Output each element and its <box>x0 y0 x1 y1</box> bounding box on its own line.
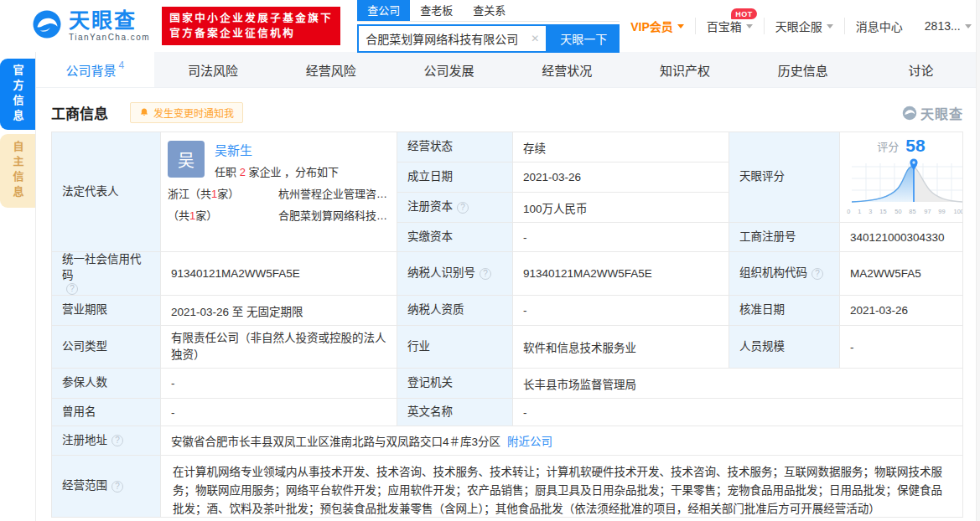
help-icon[interactable] <box>111 435 123 446</box>
value-industry: 软件和信息技术服务业 <box>513 326 729 369</box>
value-organization-code: MA2WW5FA5 <box>840 252 963 296</box>
label-taxpayer-quality: 纳税人资质 <box>397 296 513 326</box>
value-taxpayer-id: 91340121MA2WW5FA5E <box>513 252 729 296</box>
value-business-term: 2021-03-26 至 无固定期限 <box>161 296 397 326</box>
value-taxpayer-quality: - <box>513 296 729 326</box>
value-approval-date: 2021-03-26 <box>840 296 963 326</box>
score-distribution-chart: 01 315 5085 9799 100 <box>847 157 963 215</box>
search-tabs: 查公司 查老板 查关系 <box>357 0 620 22</box>
chevron-down-icon <box>677 24 684 32</box>
label-organization-code: 组织机构代码 <box>729 252 840 296</box>
value-registered-capital: 100万人民币 <box>513 193 729 223</box>
help-icon[interactable] <box>111 481 123 493</box>
label-operating-status: 经营状态 <box>397 132 513 162</box>
search-box: ✕ <box>357 24 547 53</box>
sidebar-tab-self-info[interactable]: 自主信息 <box>0 134 35 208</box>
value-english-name: - <box>513 399 963 426</box>
help-icon[interactable] <box>480 268 491 280</box>
tab-intellectual-property[interactable]: 知识产权 <box>626 52 744 87</box>
score-caption: 评分 <box>877 138 899 154</box>
search-area: 查公司 查老板 查关系 ✕ 天眼一下 <box>357 0 620 53</box>
label-english-name: 英文名称 <box>397 399 513 426</box>
value-credit-code: 91340121MA2WW5FA5E <box>161 252 397 296</box>
tianyan-score-cell: 评分 58 <box>840 132 963 223</box>
distribution-row: （共1家） 合肥菜划算网络科技有... <box>168 207 391 223</box>
tab-company-background[interactable]: 公司背景 4 <box>36 52 154 87</box>
user-account-menu-item[interactable]: 2813... <box>914 19 980 33</box>
legal-rep-name-link[interactable]: 吴新生 <box>215 143 252 157</box>
value-establish-date: 2021-03-26 <box>513 162 729 193</box>
watermark: 天眼查 <box>902 103 963 123</box>
tab-company-development[interactable]: 公司发展 <box>390 52 508 87</box>
bell-icon <box>139 107 149 118</box>
message-center-menu-item[interactable]: 消息中心 <box>844 18 914 34</box>
label-staff-size: 人员规模 <box>729 326 840 369</box>
avatar[interactable]: 吴 <box>168 141 205 178</box>
value-insured-count: - <box>161 369 397 399</box>
help-icon[interactable] <box>811 268 823 280</box>
business-info-table: 法定代表人 吴 吴新生 任职 2 家企业 ，分布如下 浙江（共1家） 杭州誉程企… <box>51 132 963 518</box>
value-registration-number: 340121000304330 <box>840 223 963 252</box>
label-registered-capital: 注册资本 <box>397 193 513 223</box>
search-tab-relation[interactable]: 查关系 <box>463 0 516 21</box>
search-tab-boss[interactable]: 查老板 <box>410 0 463 21</box>
nearby-companies-link[interactable]: 附近公司 <box>507 432 552 449</box>
logo-title: 天眼查 <box>69 10 150 31</box>
toolbox-menu-item[interactable]: HOT 百宝箱 <box>695 18 764 34</box>
header-menu: VIP会员 HOT 百宝箱 天眼企服 消息中心 2813... <box>620 18 980 34</box>
label-business-scope: 经营范围 <box>52 456 161 518</box>
label-former-name: 曾用名 <box>52 399 161 426</box>
value-former-name: - <box>161 399 397 426</box>
sidebar-tab-official-info[interactable]: 官方信息 <box>0 59 35 130</box>
value-paid-capital: - <box>513 223 729 252</box>
tianyancha-logo[interactable]: 天眼查 TianYanCha.com <box>32 9 150 43</box>
value-registration-authority: 长丰县市场监督管理局 <box>513 369 963 399</box>
label-registered-address: 注册地址 <box>52 426 161 456</box>
label-company-type: 公司类型 <box>52 326 161 369</box>
tianyancha-swirl-icon <box>902 106 917 121</box>
label-establish-date: 成立日期 <box>397 162 513 193</box>
tab-operating-status[interactable]: 经营状况 <box>508 52 626 87</box>
label-legal-representative: 法定代表人 <box>52 132 161 252</box>
label-tianyan-score: 天眼评分 <box>729 132 840 223</box>
vip-menu-item[interactable]: VIP会员 <box>620 18 695 34</box>
value-registered-address: 安徽省合肥市长丰县双凤工业区淮南北路与双凤路交口4＃库3分区 附近公司 <box>161 426 963 456</box>
certification-badge: 国家中小企业发展子基金旗下 官方备案企业征信机构 <box>162 7 340 45</box>
notify-change-button[interactable]: 发生变更时通知我 <box>130 102 243 123</box>
value-staff-size: - <box>840 326 963 369</box>
tab-judicial-risk[interactable]: 司法风险 <box>154 52 272 87</box>
score-axis-ticks: 01 315 5085 9799 100 <box>847 208 963 215</box>
hot-badge: HOT <box>731 8 757 19</box>
label-paid-capital: 实缴资本 <box>397 223 513 252</box>
search-tab-company[interactable]: 查公司 <box>357 0 410 21</box>
chevron-down-icon <box>965 24 972 32</box>
score-value: 58 <box>905 136 925 156</box>
label-registration-authority: 登记机关 <box>397 369 513 399</box>
value-company-type: 有限责任公司（非自然人投资或控股的法人独资） <box>161 326 397 369</box>
scrollbar[interactable] <box>976 0 980 521</box>
label-credit-code: 统一社会信用代码 <box>52 252 161 296</box>
chevron-down-icon <box>746 24 753 32</box>
section-header: 工商信息 发生变更时通知我 天眼查 <box>51 102 963 123</box>
watermark-text: 天眼查 <box>920 103 963 123</box>
value-operating-status: 存续 <box>513 132 729 162</box>
search-button[interactable]: 天眼一下 <box>547 24 620 53</box>
value-business-scope: 在计算机网络专业领域内从事技术开发、技术咨询、技术服务、技术转让；计算机软硬件技… <box>161 456 963 518</box>
distribution-row: 浙江（共1家） 杭州誉程企业管理咨询... <box>168 185 391 201</box>
related-company: 杭州誉程企业管理咨询... <box>278 185 391 201</box>
top-header: 天眼查 TianYanCha.com 国家中小企业发展子基金旗下 官方备案企业征… <box>0 0 980 52</box>
search-input[interactable] <box>359 32 524 45</box>
help-icon[interactable] <box>457 202 469 214</box>
help-icon[interactable] <box>66 283 78 295</box>
label-industry: 行业 <box>397 326 513 369</box>
enterprise-service-menu-item[interactable]: 天眼企服 <box>764 18 844 34</box>
tab-discussion[interactable]: 讨论 <box>862 52 980 87</box>
content-area: 公司背景 4 司法风险 经营风险 公司发展 经营状况 知识产权 历史信息 讨论 … <box>35 52 980 521</box>
tab-history-info[interactable]: 历史信息 <box>744 52 863 87</box>
clear-icon[interactable]: ✕ <box>524 33 546 44</box>
label-taxpayer-id: 纳税人识别号 <box>397 252 513 296</box>
section-title: 工商信息 <box>51 102 108 123</box>
tab-operating-risk[interactable]: 经营风险 <box>272 52 391 87</box>
certification-line1: 国家中小企业发展子基金旗下 <box>169 11 333 26</box>
label-approval-date: 核准日期 <box>729 296 840 326</box>
